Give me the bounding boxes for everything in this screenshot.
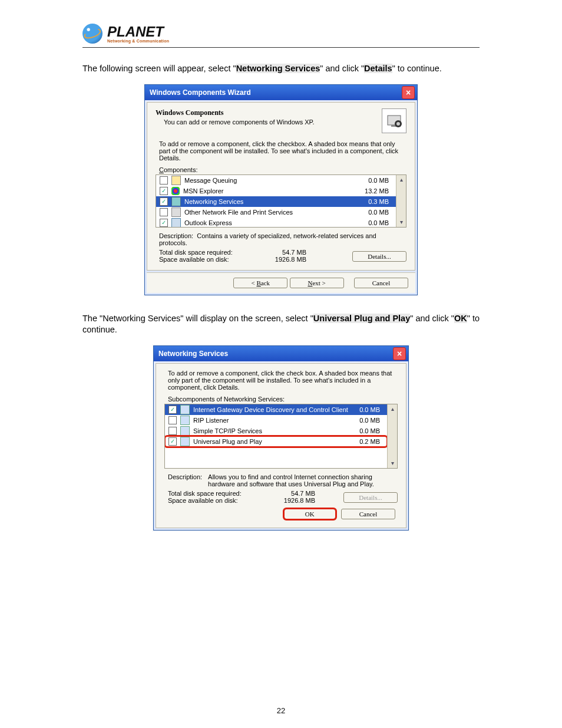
list-item-size: 13.2 MB bbox=[365, 187, 392, 195]
page-number: 22 bbox=[0, 706, 562, 715]
list-item[interactable]: RIP Listener0.0 MB bbox=[165, 415, 387, 426]
checkbox[interactable] bbox=[168, 437, 177, 446]
list-item-size: 0.0 MB bbox=[359, 406, 384, 413]
list-item-label: MSN Explorer bbox=[183, 187, 223, 195]
dialog-windows-components-wizard: Windows Components Wizard × Windows Comp… bbox=[144, 84, 418, 295]
paragraph-2: The "Networking Services" will display o… bbox=[82, 313, 480, 336]
next-button[interactable]: Next > bbox=[290, 278, 344, 288]
dialog-titlebar[interactable]: Windows Components Wizard × bbox=[145, 85, 417, 100]
brand-name: PLANET bbox=[107, 25, 169, 39]
srv-icon bbox=[180, 416, 190, 425]
box-icon bbox=[171, 176, 181, 185]
list-item-size: 0.0 MB bbox=[368, 219, 392, 226]
list-item-size: 0.3 MB bbox=[368, 198, 392, 205]
srv-icon bbox=[180, 437, 190, 446]
wizard-footer: < Back Next > Cancel bbox=[147, 272, 415, 293]
list-item-size: 0.0 MB bbox=[368, 177, 392, 184]
list-item[interactable]: Universal Plug and Play0.2 MB bbox=[165, 436, 387, 447]
list-item-label: Message Queuing bbox=[184, 177, 237, 184]
dialog-titlebar[interactable]: Networking Services × bbox=[154, 346, 408, 361]
list-item[interactable]: Simple TCP/IP Services0.0 MB bbox=[165, 426, 387, 436]
scroll-down-icon[interactable]: ▾ bbox=[396, 218, 406, 227]
list-item[interactable]: MSN Explorer13.2 MB bbox=[156, 186, 396, 196]
list-item-label: Simple TCP/IP Services bbox=[193, 427, 262, 434]
description-row: Description: Allows you to find and cont… bbox=[168, 473, 394, 487]
checkbox[interactable] bbox=[168, 427, 177, 435]
list-item[interactable]: Other Network File and Print Services0.0… bbox=[156, 207, 396, 218]
scrollbar[interactable]: ▴ ▾ bbox=[387, 404, 397, 468]
details-button: Details... bbox=[343, 492, 398, 503]
list-item-size: 0.0 MB bbox=[368, 209, 392, 216]
list-item-label: Networking Services bbox=[184, 198, 243, 205]
wizard-subtext: You can add or remove components of Wind… bbox=[164, 118, 315, 126]
list-item-label: Internet Gateway Device Discovery and Co… bbox=[193, 406, 348, 413]
svg-point-3 bbox=[396, 122, 400, 126]
list-item-size: 0.0 MB bbox=[359, 427, 384, 434]
disk-required: Total disk space required:54.7 MB bbox=[168, 490, 340, 497]
scroll-down-icon[interactable]: ▾ bbox=[388, 459, 397, 468]
brand-text: PLANET Networking & Communication bbox=[107, 25, 169, 43]
close-icon[interactable]: × bbox=[402, 86, 415, 99]
dialog-title: Networking Services bbox=[158, 350, 228, 358]
list-item-label: Universal Plug and Play bbox=[193, 438, 262, 445]
prn-icon bbox=[171, 207, 181, 217]
back-button[interactable]: < Back bbox=[233, 278, 287, 288]
list-item-label: Outlook Express bbox=[184, 219, 232, 226]
subcomponents-list[interactable]: Internet Gateway Device Discovery and Co… bbox=[164, 404, 398, 469]
msn-icon bbox=[171, 187, 180, 195]
srv-icon bbox=[180, 426, 190, 436]
list-item[interactable]: Internet Gateway Device Discovery and Co… bbox=[165, 404, 387, 415]
oe-icon bbox=[171, 218, 181, 228]
components-label: Components: bbox=[159, 166, 403, 173]
list-item-size: 0.0 MB bbox=[359, 417, 384, 424]
checkbox[interactable] bbox=[160, 208, 168, 216]
net-icon bbox=[171, 197, 181, 206]
list-item-size: 0.2 MB bbox=[359, 438, 384, 445]
dialog-title: Windows Components Wizard bbox=[150, 88, 251, 97]
details-button[interactable]: Details... bbox=[352, 251, 406, 262]
cancel-button[interactable]: Cancel bbox=[341, 509, 395, 519]
checkbox[interactable] bbox=[168, 416, 177, 424]
srv-icon bbox=[180, 405, 190, 414]
globe-icon bbox=[82, 24, 103, 44]
disk-available: Space available on disk:1926.8 MB bbox=[168, 497, 340, 504]
checkbox[interactable] bbox=[160, 197, 168, 206]
list-item-label: Other Network File and Print Services bbox=[184, 209, 293, 216]
components-list[interactable]: Message Queuing0.0 MBMSN Explorer13.2 MB… bbox=[156, 174, 406, 228]
description-row: Description: Contains a variety of speci… bbox=[159, 232, 403, 246]
disk-available: Space available on disk:1926.8 MB bbox=[159, 256, 349, 263]
dialog-footer: OK Cancel bbox=[164, 509, 395, 519]
checkbox[interactable] bbox=[160, 187, 168, 195]
scroll-up-icon[interactable]: ▴ bbox=[388, 404, 397, 414]
wizard-header-icon bbox=[382, 108, 406, 133]
ok-button[interactable]: OK bbox=[284, 509, 336, 519]
cancel-button[interactable]: Cancel bbox=[354, 278, 408, 288]
disk-required: Total disk space required:54.7 MB bbox=[159, 249, 349, 256]
checkbox[interactable] bbox=[168, 406, 177, 414]
scrollbar[interactable]: ▴ ▾ bbox=[396, 175, 406, 227]
list-item[interactable]: Message Queuing0.0 MB bbox=[156, 175, 396, 186]
list-item-label: RIP Listener bbox=[193, 417, 229, 424]
dialog-instructions: To add or remove a component, click the … bbox=[168, 370, 394, 391]
dialog-networking-services: Networking Services × To add or remove a… bbox=[153, 345, 409, 531]
brand-header: PLANET Networking & Communication bbox=[82, 24, 480, 48]
list-item[interactable]: Outlook Express0.0 MB bbox=[156, 218, 396, 228]
scroll-up-icon[interactable]: ▴ bbox=[396, 175, 406, 185]
wizard-instructions: To add or remove a component, click the … bbox=[159, 140, 403, 162]
close-icon[interactable]: × bbox=[393, 347, 406, 360]
wizard-heading: Windows Components bbox=[156, 108, 315, 117]
checkbox[interactable] bbox=[160, 219, 168, 227]
brand-tagline: Networking & Communication bbox=[107, 39, 169, 43]
paragraph-1: The following screen will appear, select… bbox=[82, 63, 480, 75]
list-item[interactable]: Networking Services0.3 MB bbox=[156, 196, 396, 207]
checkbox[interactable] bbox=[160, 176, 168, 185]
subcomponents-label: Subcomponents of Networking Services: bbox=[168, 396, 394, 403]
